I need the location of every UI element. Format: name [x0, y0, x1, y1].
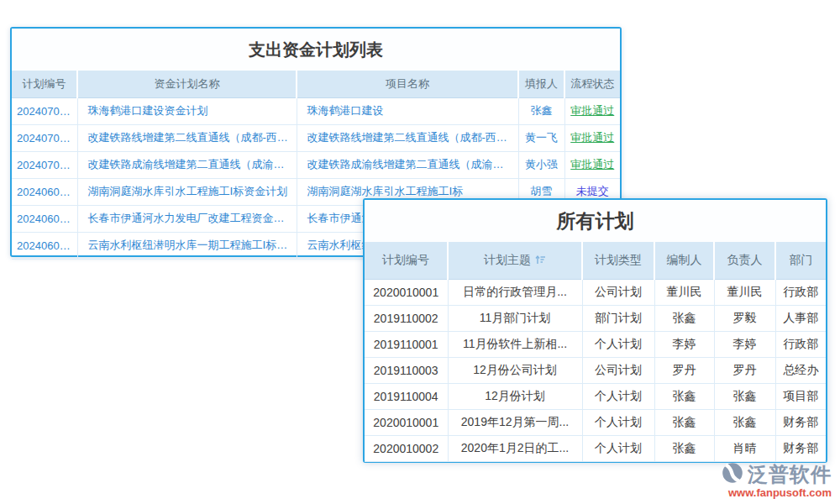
plan-type: 个人计划	[582, 383, 654, 409]
plan-id[interactable]: 2019110001	[365, 331, 448, 357]
fund-plan-name-link[interactable]: 珠海鹤港口建设资金计划	[77, 97, 297, 124]
plan-id[interactable]: 2020010002	[365, 435, 448, 461]
table-header-row: 计划编号 资金计划名称 项目名称 填报人 流程状态	[12, 71, 620, 97]
plan-id-link[interactable]: 2024070001	[12, 151, 77, 178]
plan-type: 公司计划	[582, 357, 654, 383]
compiler-name: 李婷	[654, 331, 714, 357]
plan-type: 个人计划	[582, 409, 654, 435]
compiler-name: 张鑫	[654, 409, 714, 435]
plan-id-link[interactable]: 2024070003	[12, 97, 77, 124]
all-plans-table: 计划编号 计划主题 计划类型 编制人 负责人 部门 2020010001 日常的…	[365, 242, 826, 462]
filler-name: 黄一飞	[518, 124, 564, 151]
column-header-plan-id: 计划编号	[12, 71, 77, 97]
table-row[interactable]: 2020010002 2020年1月2日的工... 个人计划 张鑫 肖晴 财务部	[365, 435, 826, 461]
column-header-department: 部门	[775, 242, 826, 279]
plan-type: 部门计划	[582, 305, 654, 331]
plan-id[interactable]: 2020010001	[365, 279, 448, 305]
plan-id-link[interactable]: 2024070002	[12, 124, 77, 151]
plan-subject[interactable]: 11月部门计划	[448, 305, 582, 331]
owner-name: 罗丹	[714, 357, 775, 383]
fanpu-watermark: 泛普软件 www.fanpusoft.com	[721, 461, 832, 499]
owner-name: 张鑫	[714, 409, 775, 435]
plan-id[interactable]: 2019110003	[365, 357, 448, 383]
department-name: 行政部	[775, 279, 826, 305]
table-row[interactable]: 2019110004 12月份计划 个人计划 张鑫 张鑫 项目部	[365, 383, 826, 409]
owner-name: 董川民	[714, 279, 775, 305]
plan-type: 个人计划	[582, 435, 654, 461]
project-name-link[interactable]: 珠海鹤港口建设	[297, 97, 518, 124]
fund-plan-name-link[interactable]: 改建铁路成渝线增建第二直通线（成渝枢纽）...	[77, 151, 297, 178]
compiler-name: 张鑫	[654, 383, 714, 409]
owner-name: 肖晴	[714, 435, 775, 461]
column-header-flow-status: 流程状态	[564, 71, 620, 97]
table-header-row: 计划编号 计划主题 计划类型 编制人 负责人 部门	[365, 242, 826, 279]
compiler-name: 董川民	[654, 279, 714, 305]
plan-id-link[interactable]: 2024060011	[12, 178, 77, 205]
panel-title-expenditure: 支出资金计划列表	[12, 29, 620, 71]
plan-subject[interactable]: 日常的行政管理月...	[448, 279, 582, 305]
plan-subject[interactable]: 12月份计划	[448, 383, 582, 409]
column-header-fund-plan-name: 资金计划名称	[77, 71, 297, 97]
fanpu-logo-icon	[721, 461, 744, 488]
table-row[interactable]: 2024070002 改建铁路线增建第二线直通线（成都-西安）电... 改建铁路…	[12, 124, 620, 151]
column-header-owner: 负责人	[714, 242, 775, 279]
column-header-plan-type: 计划类型	[582, 242, 654, 279]
department-name: 行政部	[775, 331, 826, 357]
department-name: 总经办	[775, 357, 826, 383]
status-link[interactable]: 审批通过	[564, 97, 620, 124]
panel-title-all-plans: 所有计划	[365, 200, 826, 242]
department-name: 项目部	[775, 383, 826, 409]
fund-plan-name-link[interactable]: 改建铁路线增建第二线直通线（成都-西安）电...	[77, 124, 297, 151]
compiler-name: 罗丹	[654, 357, 714, 383]
filler-name: 张鑫	[518, 97, 564, 124]
owner-name: 李婷	[714, 331, 775, 357]
column-header-plan-id: 计划编号	[365, 242, 448, 279]
plan-id-link[interactable]: 2024060010	[12, 205, 77, 232]
status-link[interactable]: 审批通过	[564, 124, 620, 151]
table-row[interactable]: 2019110002 11月部门计划 部门计划 张鑫 罗毅 人事部	[365, 305, 826, 331]
plan-id[interactable]: 2019110002	[365, 305, 448, 331]
fund-plan-name-link[interactable]: 长春市伊通河水力发电厂改建工程资金计划	[77, 205, 297, 232]
department-name: 人事部	[775, 305, 826, 331]
plan-subject[interactable]: 2020年1月2日的工...	[448, 435, 582, 461]
plan-id[interactable]: 2019110004	[365, 383, 448, 409]
plan-subject[interactable]: 11月份软件上新相...	[448, 331, 582, 357]
table-row[interactable]: 2020010001 日常的行政管理月... 公司计划 董川民 董川民 行政部	[365, 279, 826, 305]
owner-name: 张鑫	[714, 383, 775, 409]
brand-name: 泛普软件	[748, 461, 832, 488]
plan-subject[interactable]: 2019年12月第一周...	[448, 409, 582, 435]
fund-plan-name-link[interactable]: 云南水利枢纽潜明水库一期工程施工Ⅰ标资金计划	[77, 232, 297, 259]
table-row[interactable]: 2024070003 珠海鹤港口建设资金计划 珠海鹤港口建设 张鑫 审批通过	[12, 97, 620, 124]
compiler-name: 张鑫	[654, 435, 714, 461]
department-name: 财务部	[775, 409, 826, 435]
column-header-plan-subject[interactable]: 计划主题	[448, 242, 582, 279]
project-name-link[interactable]: 改建铁路线增建第二线直通线（成都-西安）电...	[297, 124, 518, 151]
plan-id[interactable]: 2020010001	[365, 409, 448, 435]
table-row[interactable]: 2019110003 12月份公司计划 公司计划 罗丹 罗丹 总经办	[365, 357, 826, 383]
column-header-compiler: 编制人	[654, 242, 714, 279]
filler-name: 黄小强	[518, 151, 564, 178]
plan-type: 个人计划	[582, 331, 654, 357]
fund-plan-name-link[interactable]: 湖南洞庭湖水库引水工程施工Ⅰ标资金计划	[77, 178, 297, 205]
column-header-project-name: 项目名称	[297, 71, 518, 97]
department-name: 财务部	[775, 435, 826, 461]
status-link[interactable]: 审批通过	[564, 151, 620, 178]
brand-url: www.fanpusoft.com	[728, 486, 832, 499]
all-plans-panel: 所有计划 计划编号 计划主题 计划类型 编制人 负责人 部门 202001000…	[363, 198, 827, 463]
owner-name: 罗毅	[714, 305, 775, 331]
table-row[interactable]: 2024070001 改建铁路成渝线增建第二直通线（成渝枢纽）... 改建铁路成…	[12, 151, 620, 178]
compiler-name: 张鑫	[654, 305, 714, 331]
project-name-link[interactable]: 改建铁路成渝线增建第二直通线（成渝枢纽）...	[297, 151, 518, 178]
page: 支出资金计划列表 计划编号 资金计划名称 项目名称 填报人 流程状态 20240…	[0, 0, 840, 504]
table-row[interactable]: 2020010001 2019年12月第一周... 个人计划 张鑫 张鑫 财务部	[365, 409, 826, 435]
column-header-filler: 填报人	[518, 71, 564, 97]
plan-type: 公司计划	[582, 279, 654, 305]
plan-subject[interactable]: 12月份公司计划	[448, 357, 582, 383]
table-row[interactable]: 2019110001 11月份软件上新相... 个人计划 李婷 李婷 行政部	[365, 331, 826, 357]
plan-id-link[interactable]: 2024060009	[12, 232, 77, 259]
sort-ascending-icon[interactable]	[535, 254, 546, 267]
